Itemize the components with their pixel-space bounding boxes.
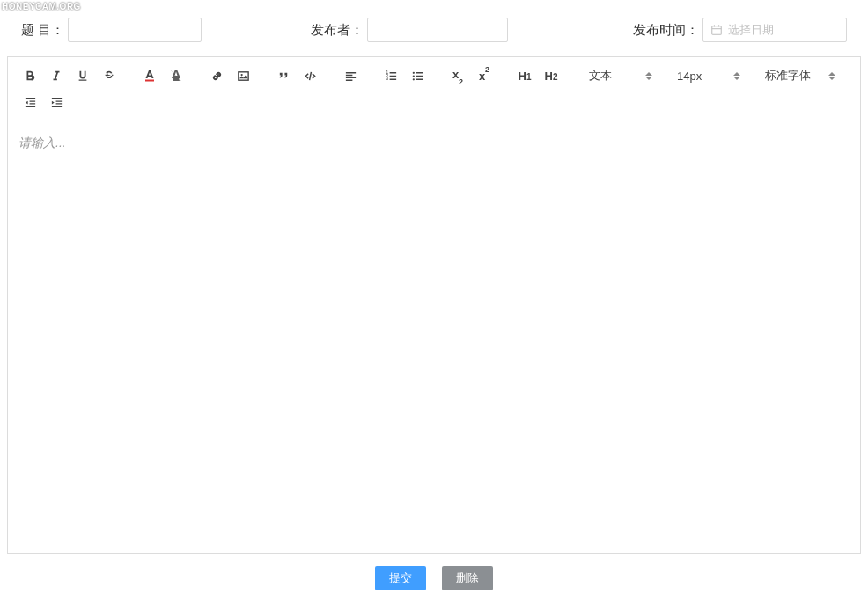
title-input[interactable]: [68, 18, 202, 42]
svg-text:3: 3: [386, 77, 388, 81]
blockquote-button[interactable]: [270, 62, 297, 89]
font-family-value: 标准字体: [765, 68, 811, 84]
svg-point-10: [412, 71, 414, 73]
italic-button[interactable]: [43, 62, 70, 89]
image-icon: [237, 70, 250, 83]
code-button[interactable]: [297, 62, 323, 89]
submit-button[interactable]: 提交: [375, 566, 426, 590]
calendar-icon: [710, 24, 723, 36]
delete-button[interactable]: 删除: [442, 566, 493, 590]
editor-toolbar: 123 x2 x2 H1 H2 文本 14px: [8, 57, 860, 121]
publisher-label: 发布者：: [311, 22, 364, 39]
font-size-value: 14px: [677, 70, 702, 83]
heading1-icon: H1: [519, 70, 532, 83]
align-icon: [344, 70, 357, 83]
indent-decrease-icon: [24, 96, 37, 109]
unordered-list-button[interactable]: [404, 62, 430, 89]
title-label: 题 目：: [21, 22, 64, 39]
editor-placeholder: 请输入...: [18, 136, 66, 150]
editor-container: 123 x2 x2 H1 H2 文本 14px: [7, 56, 861, 554]
text-style-select[interactable]: 文本: [578, 62, 659, 89]
unordered-list-icon: [411, 70, 424, 83]
align-button[interactable]: [337, 62, 364, 89]
publisher-field-group: 发布者：: [311, 18, 508, 42]
font-family-select[interactable]: 标准字体: [754, 62, 842, 89]
publish-time-field-group: 发布时间： 选择日期: [633, 18, 847, 42]
svg-rect-4: [145, 80, 154, 82]
publish-time-label: 发布时间：: [633, 22, 699, 39]
indent-increase-icon: [50, 96, 63, 109]
subscript-button[interactable]: x2: [445, 62, 471, 89]
background-color-button[interactable]: [163, 62, 189, 89]
caret-icon: [828, 72, 835, 80]
svg-rect-0: [712, 26, 722, 35]
publisher-input[interactable]: [367, 18, 508, 42]
underline-icon: [77, 70, 89, 82]
italic-icon: [50, 70, 63, 82]
code-icon: [304, 70, 317, 83]
font-size-select[interactable]: 14px: [666, 62, 747, 89]
bold-button[interactable]: [17, 62, 43, 89]
svg-point-6: [240, 73, 242, 75]
background-color-icon: [169, 69, 183, 83]
ordered-list-button[interactable]: 123: [378, 62, 404, 89]
subscript-icon: x2: [452, 68, 463, 84]
date-placeholder-text: 选择日期: [728, 22, 774, 38]
font-color-button[interactable]: [136, 62, 163, 89]
underline-button[interactable]: [70, 62, 96, 89]
strikethrough-button[interactable]: [96, 62, 122, 89]
caret-icon: [733, 72, 740, 80]
indent-decrease-button[interactable]: [17, 89, 43, 115]
date-picker[interactable]: 选择日期: [702, 18, 847, 42]
form-header: 题 目： 发布者： 发布时间： 选择日期: [0, 0, 868, 56]
text-style-value: 文本: [589, 68, 612, 84]
editor-content-area[interactable]: 请输入...: [8, 121, 860, 553]
image-button[interactable]: [230, 62, 256, 89]
font-color-icon: [143, 69, 157, 83]
heading2-button[interactable]: H2: [538, 62, 564, 89]
link-icon: [210, 70, 224, 83]
heading2-icon: H2: [545, 70, 558, 83]
indent-increase-button[interactable]: [43, 89, 70, 115]
ordered-list-icon: 123: [385, 70, 398, 83]
title-field-group: 题 目：: [21, 18, 202, 42]
svg-point-12: [412, 78, 414, 80]
heading1-button[interactable]: H1: [511, 62, 538, 89]
link-button[interactable]: [203, 62, 230, 89]
quote-icon: [277, 70, 291, 83]
strikethrough-icon: [103, 70, 115, 82]
caret-icon: [645, 72, 652, 80]
action-buttons: 提交 删除: [0, 554, 868, 590]
bold-icon: [24, 70, 36, 82]
watermark-text: HONEYCAM.ORG: [2, 2, 81, 11]
superscript-button[interactable]: x2: [471, 62, 497, 89]
superscript-icon: x2: [479, 69, 489, 83]
svg-point-11: [412, 75, 414, 77]
